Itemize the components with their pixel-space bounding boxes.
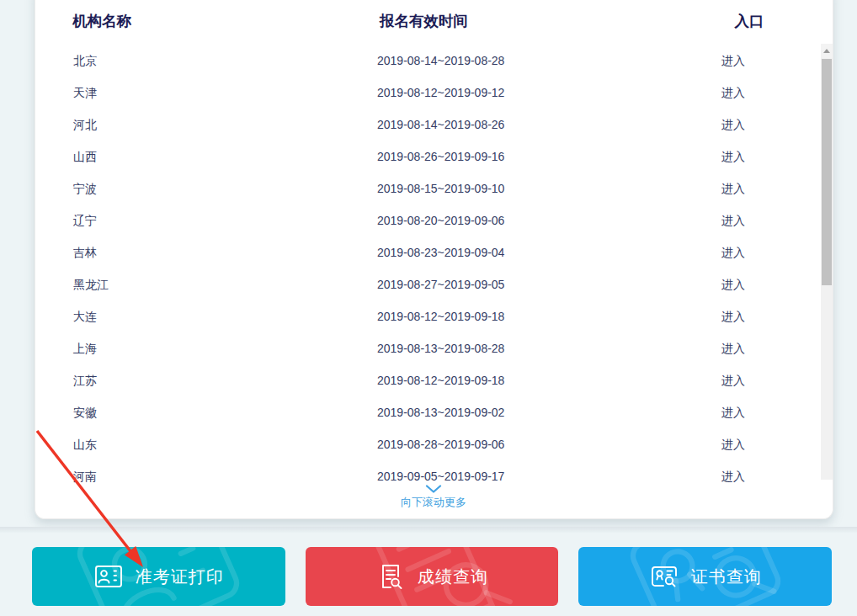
- table-row: 安徽 2019-08-13~2019-09-02 进入: [35, 396, 821, 428]
- valid-time-range: 2019-08-14~2019-08-26: [377, 109, 504, 141]
- chevron-down-icon: [425, 485, 442, 493]
- entry-link[interactable]: 进入: [708, 141, 759, 173]
- table-row: 山西 2019-08-26~2019-09-16 进入: [35, 141, 821, 173]
- table-row: 北京 2019-08-14~2019-08-28 进入: [35, 45, 821, 77]
- valid-time-range: 2019-08-13~2019-09-02: [377, 396, 504, 428]
- table-header-row: 机构名称 报名有效时间 入口: [35, 11, 833, 29]
- certificate-search-icon: [649, 561, 679, 592]
- table-row: 河北 2019-08-14~2019-08-26 进入: [35, 109, 821, 141]
- entry-link[interactable]: 进入: [708, 396, 759, 428]
- triangle-up-icon: [823, 49, 830, 53]
- institution-name: 河北: [73, 109, 97, 141]
- institution-name: 安徽: [73, 396, 97, 428]
- scrollbar-up-button[interactable]: [821, 44, 833, 58]
- table-row: 天津 2019-08-12~2019-09-12 进入: [35, 77, 821, 109]
- entry-link[interactable]: 进入: [708, 332, 759, 364]
- institution-name: 天津: [73, 77, 97, 109]
- registration-table-card: 机构名称 报名有效时间 入口 北京 2019-08-14~2019-08-28 …: [35, 0, 833, 519]
- entry-link[interactable]: 进入: [708, 45, 759, 77]
- admit-card-print-button[interactable]: 准考证打印: [32, 547, 285, 606]
- entry-link[interactable]: 进入: [708, 428, 759, 460]
- entry-link[interactable]: 进入: [708, 460, 759, 492]
- institution-name: 山东: [73, 428, 97, 460]
- institution-name: 河南: [73, 460, 97, 492]
- certificate-query-label: 证书查询: [691, 566, 762, 588]
- valid-time-range: 2019-08-12~2019-09-18: [377, 300, 504, 332]
- scroll-more-hint: 向下滚动更多: [349, 485, 518, 510]
- admit-card-icon: [93, 561, 124, 592]
- valid-time-range: 2019-08-28~2019-09-06: [377, 428, 504, 460]
- certificate-query-button[interactable]: 证书查询: [578, 547, 832, 606]
- table-scrollbar[interactable]: [821, 44, 833, 480]
- table-row: 大连 2019-08-12~2019-09-18 进入: [35, 300, 821, 332]
- entry-link[interactable]: 进入: [708, 364, 759, 396]
- score-query-button[interactable]: 成绩查询: [306, 547, 559, 606]
- table-row: 山东 2019-08-28~2019-09-06 进入: [35, 428, 821, 460]
- entry-link[interactable]: 进入: [708, 204, 759, 236]
- table-row: 上海 2019-08-13~2019-08-28 进入: [35, 332, 821, 364]
- table-row: 江苏 2019-08-12~2019-09-18 进入: [35, 364, 821, 396]
- entry-link[interactable]: 进入: [708, 77, 759, 109]
- valid-time-range: 2019-08-14~2019-08-28: [377, 45, 504, 77]
- entry-link[interactable]: 进入: [708, 173, 759, 204]
- admit-card-print-label: 准考证打印: [136, 566, 224, 588]
- valid-time-range: 2019-08-26~2019-09-16: [377, 141, 504, 173]
- institution-name: 大连: [73, 300, 97, 332]
- table-row: 吉林 2019-08-23~2019-09-04 进入: [35, 236, 821, 268]
- entry-link[interactable]: 进入: [708, 236, 759, 268]
- score-search-icon: [375, 561, 406, 592]
- institution-name: 山西: [73, 141, 97, 173]
- scroll-more-label: 向下滚动更多: [349, 495, 518, 510]
- column-header-institution: 机构名称: [72, 11, 131, 31]
- institution-name: 宁波: [73, 173, 97, 204]
- institution-name: 江苏: [73, 364, 97, 396]
- institution-name: 吉林: [73, 236, 97, 268]
- valid-time-range: 2019-08-23~2019-09-04: [377, 236, 504, 268]
- institution-name: 辽宁: [73, 204, 97, 236]
- valid-time-range: 2019-08-12~2019-09-12: [377, 77, 504, 109]
- column-header-valid-time: 报名有效时间: [380, 11, 468, 31]
- table-row: 辽宁 2019-08-20~2019-09-06 进入: [35, 204, 821, 236]
- valid-time-range: 2019-08-20~2019-09-06: [377, 204, 504, 236]
- institution-name: 北京: [73, 45, 97, 77]
- table-row: 宁波 2019-08-15~2019-09-10 进入: [35, 173, 821, 204]
- table-row: 黑龙江 2019-08-27~2019-09-05 进入: [35, 268, 821, 300]
- entry-link[interactable]: 进入: [708, 300, 759, 332]
- valid-time-range: 2019-08-15~2019-09-10: [377, 173, 504, 204]
- entry-link[interactable]: 进入: [708, 109, 759, 141]
- action-buttons-row: 准考证打印 成绩查询: [32, 547, 832, 606]
- valid-time-range: 2019-08-13~2019-08-28: [377, 332, 504, 364]
- institution-name: 上海: [73, 332, 97, 364]
- scrollbar-thumb[interactable]: [822, 59, 832, 285]
- entry-link[interactable]: 进入: [708, 268, 759, 300]
- column-header-entry: 入口: [724, 11, 774, 31]
- score-query-label: 成绩查询: [418, 566, 488, 588]
- table-body: 北京 2019-08-14~2019-08-28 进入 天津 2019-08-1…: [35, 45, 821, 492]
- exam-registration-page: 机构名称 报名有效时间 入口 北京 2019-08-14~2019-08-28 …: [0, 0, 857, 616]
- valid-time-range: 2019-08-12~2019-09-18: [377, 364, 504, 396]
- valid-time-range: 2019-08-27~2019-09-05: [377, 268, 504, 300]
- section-divider: [0, 527, 857, 533]
- institution-name: 黑龙江: [73, 268, 109, 300]
